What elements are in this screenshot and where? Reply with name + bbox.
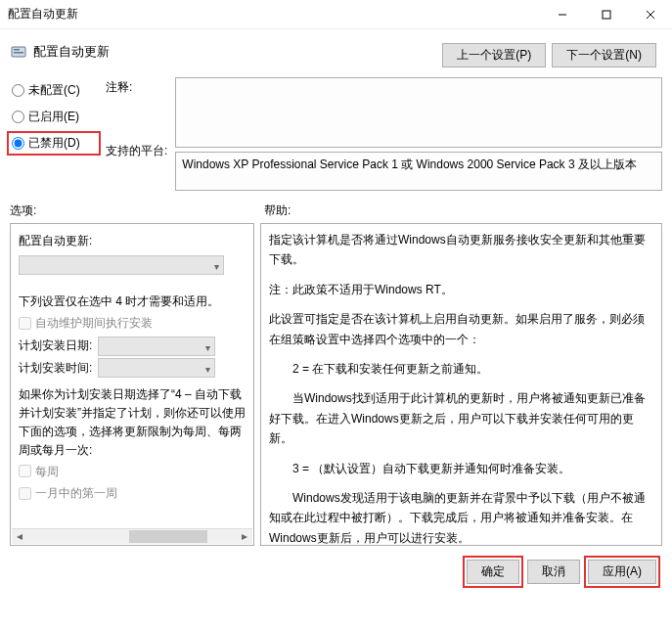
- checkbox-month-first-row[interactable]: 一月中的第一周: [19, 482, 246, 505]
- ok-button[interactable]: 确定: [467, 560, 519, 584]
- sched-day-label: 计划安装日期:: [19, 335, 92, 357]
- apply-button[interactable]: 应用(A): [588, 560, 656, 584]
- options-label: 选项:: [10, 202, 264, 219]
- sched-day-combo[interactable]: [98, 337, 215, 356]
- comment-textarea[interactable]: [175, 77, 662, 148]
- help-p1: 指定该计算机是否将通过Windows自动更新服务接收安全更新和其他重要下载。: [269, 230, 653, 270]
- configure-update-combo[interactable]: [19, 255, 224, 275]
- scroll-right-icon[interactable]: ▸: [237, 529, 252, 544]
- options-para1: 如果你为计划安装日期选择了“4 – 自动下载并计划安装”并指定了计划，则你还可以…: [19, 385, 246, 461]
- options-note: 下列设置仅在选中 4 时才需要和适用。: [19, 291, 246, 313]
- supported-text: Windows XP Professional Service Pack 1 或…: [182, 157, 637, 171]
- help-pane[interactable]: 指定该计算机是否将通过Windows自动更新服务接收安全更新和其他重要下载。 注…: [260, 223, 662, 546]
- options-hscrollbar[interactable]: ◂ ▸: [12, 528, 252, 544]
- svg-rect-6: [14, 52, 23, 54]
- config-area: 未配置(C) 已启用(E) 已禁用(D) 注释: 支持的平台: Windows …: [0, 73, 672, 195]
- next-setting-button[interactable]: 下一个设置(N): [552, 43, 656, 67]
- header-buttons: 上一个设置(P) 下一个设置(N): [442, 43, 656, 67]
- checkbox-weekly-label: 每周: [35, 461, 59, 483]
- radio-enabled-label: 已启用(E): [28, 109, 79, 125]
- supported-platforms-box: Windows XP Professional Service Pack 1 或…: [175, 152, 662, 191]
- sched-time-combo[interactable]: [98, 358, 215, 378]
- radio-not-configured-label: 未配置(C): [28, 82, 80, 99]
- window-title: 配置自动更新: [8, 6, 540, 22]
- sched-time-label: 计划安装时间:: [19, 357, 92, 380]
- radio-disabled-label: 已禁用(D): [28, 135, 80, 152]
- radio-disabled-input[interactable]: [12, 137, 24, 150]
- footer: 确定 取消 应用(A): [0, 546, 672, 598]
- help-p6: 3 = （默认设置）自动下载更新并通知何时准备安装。: [269, 459, 653, 478]
- help-label: 帮助:: [264, 202, 291, 219]
- scroll-left-icon[interactable]: ◂: [12, 529, 27, 544]
- help-p7: Windows发现适用于该电脑的更新并在背景中予以下载（用户不被通知或在此过程中…: [269, 488, 653, 546]
- previous-setting-button[interactable]: 上一个设置(P): [442, 43, 546, 67]
- options-heading: 配置自动更新:: [19, 230, 246, 252]
- help-p3: 此设置可指定是否在该计算机上启用自动更新。如果启用了服务，则必须在组策略设置中选…: [269, 309, 653, 349]
- comment-label: 注释:: [106, 79, 167, 96]
- window-controls: [540, 0, 672, 29]
- main-panes: 配置自动更新: 下列设置仅在选中 4 时才需要和适用。 自动维护期间执行安装 计…: [0, 223, 672, 546]
- minimize-button[interactable]: [540, 0, 584, 29]
- scroll-thumb[interactable]: [129, 530, 207, 543]
- help-p4: 2 = 在下载和安装任何更新之前通知。: [269, 359, 653, 379]
- checkbox-maintenance-row[interactable]: 自动维护期间执行安装: [19, 312, 246, 335]
- policy-icon: [10, 43, 27, 61]
- checkbox-weekly-row[interactable]: 每周: [19, 461, 246, 483]
- box-column: Windows XP Professional Service Pack 1 或…: [175, 77, 662, 191]
- checkbox-maintenance-label: 自动维护期间执行安装: [35, 312, 153, 335]
- help-p5: 当Windows找到适用于此计算机的更新时，用户将被通知更新已准备好下载。在进入…: [269, 388, 653, 448]
- titlebar: 配置自动更新: [0, 0, 672, 29]
- help-p2: 注：此政策不适用于Windows RT。: [269, 280, 653, 299]
- checkbox-month-first-label: 一月中的第一周: [35, 482, 117, 505]
- checkbox-month-first[interactable]: [19, 487, 31, 500]
- radio-enabled[interactable]: 已启用(E): [10, 108, 98, 126]
- radio-disabled[interactable]: 已禁用(D): [10, 134, 98, 153]
- svg-rect-1: [603, 11, 610, 19]
- radio-column: 未配置(C) 已启用(E) 已禁用(D): [10, 77, 98, 191]
- maximize-button[interactable]: [584, 0, 628, 29]
- supported-label: 支持的平台:: [106, 143, 167, 159]
- label-column: 注释: 支持的平台:: [106, 77, 167, 191]
- page-title: 配置自动更新: [33, 43, 110, 61]
- svg-rect-5: [14, 49, 20, 51]
- checkbox-weekly[interactable]: [19, 465, 31, 477]
- close-button[interactable]: [628, 0, 672, 29]
- checkbox-maintenance[interactable]: [19, 317, 31, 330]
- header-left: 配置自动更新: [10, 43, 442, 61]
- mid-labels: 选项: 帮助:: [0, 195, 672, 223]
- cancel-button[interactable]: 取消: [527, 560, 580, 584]
- radio-not-configured[interactable]: 未配置(C): [10, 81, 98, 100]
- radio-enabled-input[interactable]: [12, 111, 24, 123]
- header-row: 配置自动更新 上一个设置(P) 下一个设置(N): [0, 29, 672, 73]
- options-pane[interactable]: 配置自动更新: 下列设置仅在选中 4 时才需要和适用。 自动维护期间执行安装 计…: [10, 223, 254, 546]
- radio-not-configured-input[interactable]: [12, 84, 24, 97]
